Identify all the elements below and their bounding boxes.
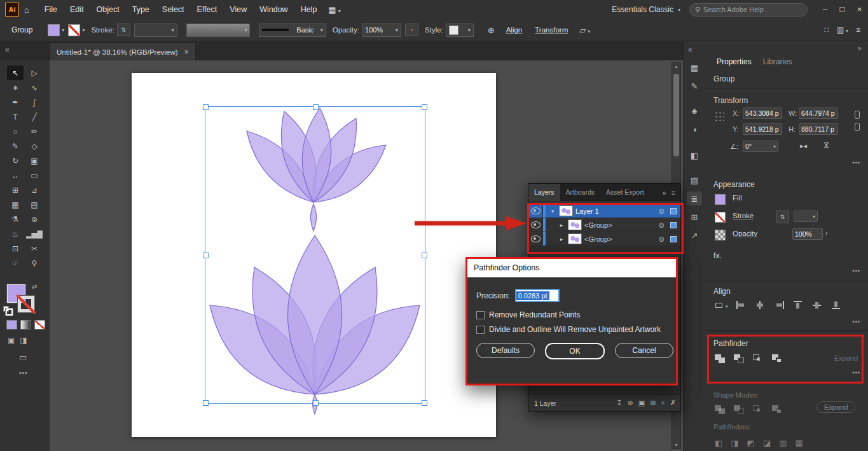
fill-label[interactable]: Fill bbox=[733, 194, 742, 202]
align-vertical-top-icon[interactable] bbox=[794, 301, 804, 309]
tab-artboards[interactable]: Artboards bbox=[560, 184, 601, 201]
defaults-button[interactable]: Defaults bbox=[476, 343, 535, 358]
intersect-icon[interactable] bbox=[753, 405, 764, 414]
transparency-panel-icon[interactable]: ▨ bbox=[687, 173, 702, 187]
layer-row[interactable]: ▸ <Group> ◎ bbox=[528, 232, 680, 246]
fill-color-swatch[interactable] bbox=[48, 24, 60, 36]
target-circle-icon[interactable]: ◎ bbox=[659, 235, 668, 242]
type-tool[interactable]: T bbox=[7, 109, 24, 124]
line-segment-tool[interactable]: ╱ bbox=[26, 109, 43, 124]
delete-selection-icon[interactable]: ✗ bbox=[670, 399, 676, 407]
align-more-options-icon[interactable]: ••• bbox=[853, 319, 860, 325]
stroke-weight-dropdown[interactable]: ▾ bbox=[794, 211, 818, 222]
expand-button[interactable]: Expand bbox=[834, 354, 858, 362]
symbol-sprayer-tool[interactable]: ♨ bbox=[7, 226, 24, 241]
collapse-properties-icon[interactable]: » bbox=[857, 44, 862, 53]
expand-button-flyout[interactable]: Expand bbox=[816, 401, 855, 413]
chevron-down-icon[interactable]: ▾ bbox=[82, 27, 85, 33]
align-link[interactable]: Align bbox=[506, 26, 523, 34]
minus-back-icon[interactable]: ▦ bbox=[795, 438, 803, 448]
chevron-down-icon[interactable]: ▾ bbox=[62, 27, 64, 33]
align-horizontal-right-icon[interactable] bbox=[775, 301, 785, 309]
grid-view-icon[interactable]: ∷ bbox=[824, 25, 829, 34]
align-horizontal-left-icon[interactable] bbox=[736, 301, 747, 309]
toolbar-more-icon[interactable]: ••• bbox=[19, 370, 28, 377]
collect-for-export-icon[interactable]: ↧ bbox=[616, 399, 622, 407]
locate-object-icon[interactable]: ⊕ bbox=[628, 399, 633, 407]
crop-icon[interactable]: ◪ bbox=[763, 438, 771, 448]
appearance-more-options-icon[interactable]: ••• bbox=[853, 268, 860, 274]
zoom-tool[interactable]: ⚲ bbox=[26, 256, 43, 270]
scroll-down-icon[interactable]: ▾ bbox=[675, 441, 677, 448]
layer-row[interactable]: ▸ <Group> ◎ bbox=[528, 218, 680, 232]
checkbox[interactable] bbox=[476, 326, 485, 334]
stroke-swatch[interactable] bbox=[18, 296, 34, 312]
stroke-label[interactable]: Stroke bbox=[733, 212, 754, 219]
handle-middle-right[interactable] bbox=[422, 253, 427, 258]
stroke-color-swatch[interactable] bbox=[68, 24, 80, 36]
stroke-weight-stepper[interactable]: ⇅ bbox=[776, 211, 789, 223]
scrollbar-thumb[interactable] bbox=[673, 74, 679, 156]
layer-row[interactable]: ▾ Layer 1 ◎ bbox=[528, 204, 680, 218]
handle-top-right[interactable] bbox=[422, 104, 427, 110]
transform-more-options-icon[interactable]: ••• bbox=[853, 160, 860, 166]
document-setup-globe-icon[interactable]: ⊕ bbox=[483, 25, 500, 35]
gradient-panel-icon[interactable]: ◧ bbox=[687, 148, 702, 162]
none-button[interactable] bbox=[34, 320, 45, 330]
handle-bottom-right[interactable] bbox=[422, 400, 427, 406]
close-document-icon[interactable]: × bbox=[184, 48, 189, 57]
column-graph-tool[interactable]: ▂▅▇ bbox=[26, 226, 43, 241]
expand-chevron-icon[interactable]: ▸ bbox=[558, 236, 565, 242]
y-input[interactable]: 541.9218 p bbox=[743, 123, 782, 135]
stroke-weight-stepper[interactable]: ⇅ bbox=[117, 24, 130, 36]
ok-button[interactable]: OK bbox=[545, 343, 605, 359]
menu-type[interactable]: Type bbox=[126, 0, 156, 19]
scroll-up-icon[interactable]: ▴ bbox=[675, 63, 677, 70]
menu-edit[interactable]: Edit bbox=[64, 0, 90, 19]
pen-tool[interactable]: ✒ bbox=[7, 95, 24, 109]
selection-bounding-box[interactable] bbox=[205, 106, 425, 404]
opacity-dropdown[interactable]: 100%▾ bbox=[362, 24, 401, 37]
transform-link[interactable]: Transform bbox=[535, 26, 568, 34]
align-horizontal-center-icon[interactable] bbox=[755, 301, 766, 309]
fx-button[interactable]: fx. bbox=[713, 251, 722, 260]
tab-libraries[interactable]: Libraries bbox=[757, 54, 798, 69]
graphic-style-dropdown[interactable]: ▾ bbox=[446, 24, 474, 37]
precision-input[interactable]: 0.0283 pt bbox=[515, 289, 560, 302]
color-panel-icon[interactable]: ◑ bbox=[687, 122, 702, 136]
selection-square[interactable] bbox=[670, 236, 677, 242]
menu-file[interactable]: File bbox=[38, 0, 64, 19]
menu-object[interactable]: Object bbox=[90, 0, 126, 19]
paintbrush-tool[interactable]: ✏ bbox=[26, 124, 43, 139]
visibility-toggle[interactable] bbox=[528, 204, 543, 218]
brushes-panel-icon[interactable]: ✎ bbox=[687, 79, 702, 93]
color-button[interactable] bbox=[6, 320, 17, 330]
rotate-tool[interactable]: ↻ bbox=[7, 153, 24, 168]
selection-square[interactable] bbox=[670, 208, 677, 214]
shape-builder-tool[interactable]: ⊞ bbox=[7, 183, 24, 197]
opacity-options-chevron[interactable]: › bbox=[825, 229, 828, 237]
gradient-tool[interactable]: ▤ bbox=[26, 197, 43, 212]
document-tab[interactable]: Untitled-1* @ 38.16% (RGB/Preview) × bbox=[50, 43, 196, 61]
mesh-tool[interactable]: ▦ bbox=[7, 197, 24, 212]
curvature-tool[interactable]: ∫ bbox=[26, 95, 43, 109]
checkbox[interactable] bbox=[476, 311, 485, 319]
opacity-label[interactable]: Opacity bbox=[733, 230, 757, 237]
new-sublayer-icon[interactable]: ⊞ bbox=[650, 399, 656, 407]
panel-menu-icon[interactable]: ≡ bbox=[856, 25, 860, 34]
pathfinder-more-options-icon[interactable]: ••• bbox=[853, 370, 860, 376]
illustrator-logo[interactable]: Ai bbox=[5, 3, 19, 17]
menu-window[interactable]: Window bbox=[253, 0, 294, 19]
make-clip-mask-icon[interactable]: ▣ bbox=[638, 399, 645, 407]
direct-selection-tool[interactable]: ▷ bbox=[26, 66, 43, 80]
eyedropper-tool[interactable]: ⚗ bbox=[7, 212, 24, 226]
tab-layers[interactable]: Layers bbox=[528, 184, 560, 201]
outline-icon[interactable]: ▥ bbox=[779, 438, 787, 448]
visibility-toggle[interactable] bbox=[528, 232, 543, 246]
swatches-panel-icon[interactable]: ▦ bbox=[687, 60, 702, 74]
perspective-grid-tool[interactable]: ⊿ bbox=[26, 183, 43, 197]
cancel-button[interactable]: Cancel bbox=[615, 343, 673, 358]
stroke-swatch[interactable] bbox=[715, 212, 726, 223]
handle-top-left[interactable] bbox=[203, 104, 209, 110]
expand-dock-icon[interactable]: « bbox=[688, 45, 692, 54]
